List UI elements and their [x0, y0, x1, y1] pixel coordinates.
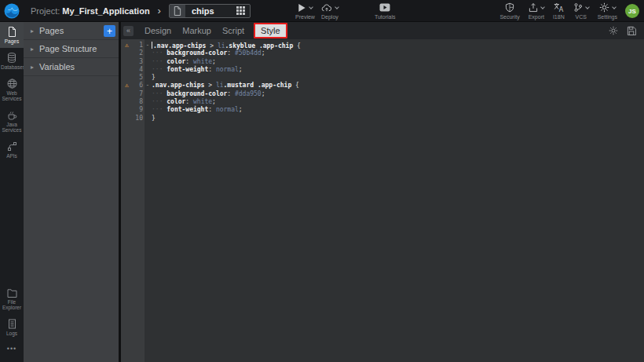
sidebar-item-label: Web Services [1, 90, 23, 101]
play-icon [297, 3, 306, 13]
code-token-plain: { [293, 42, 301, 49]
chevron-down-icon[interactable] [335, 5, 339, 9]
code-token-plain: : [185, 98, 193, 105]
code-token-prop: background-color [166, 90, 227, 97]
gutter-fold-cell [145, 74, 151, 82]
code-token-sel: .nav.app-chips [153, 42, 206, 49]
code-line[interactable]: 5} [121, 74, 644, 82]
warning-icon[interactable]: ⚠ [121, 42, 133, 49]
code-line[interactable]: 7··· background-color: #dda950; [121, 90, 644, 98]
vcs-button[interactable]: VCS [570, 0, 592, 22]
code-token-plain: : [227, 49, 235, 57]
code-token-sel: .nav.app-chips [152, 82, 204, 89]
page-tab-label: chips [192, 6, 236, 16]
export-button[interactable]: Export [525, 0, 547, 22]
user-avatar[interactable]: JS [625, 4, 639, 18]
code-token-plain: : [185, 58, 193, 65]
security-label: Security [499, 14, 519, 20]
sidebar-item-java-services[interactable]: Java Services [0, 105, 24, 137]
code-line[interactable]: 8··· color: white; [121, 98, 644, 106]
panel-row-pages[interactable]: ▸ Pages + [24, 22, 119, 40]
settings-button[interactable]: Settings [595, 0, 620, 22]
code-token-plain: : [208, 66, 216, 73]
fold-toggle-icon[interactable]: - [145, 82, 151, 90]
panel-row-page-structure[interactable]: ▸ Page Structure [24, 40, 119, 58]
editor-settings-button[interactable] [609, 26, 618, 35]
tab-script[interactable]: Script [222, 26, 244, 35]
gutter-warn-cell [121, 90, 133, 98]
code-token-val: white [193, 58, 212, 65]
sidebar-item-file-explorer[interactable]: File Explorer [0, 284, 24, 314]
gutter-fold-cell [145, 98, 151, 106]
gutter-warn-cell [121, 66, 133, 74]
code-token-ws: ··· [152, 58, 166, 65]
gutter-warn-cell [121, 115, 133, 122]
tab-style[interactable]: Style [254, 23, 287, 38]
gear-icon [609, 26, 618, 35]
panel-row-variables[interactable]: ▸ Variables [24, 58, 119, 76]
preview-button[interactable]: Preview [292, 0, 318, 22]
sidebar-item-databases[interactable]: Databases [0, 48, 24, 74]
code-token-val: #dda950 [235, 90, 262, 97]
code-token-plain: : [227, 90, 235, 97]
chevron-down-icon[interactable] [309, 5, 314, 9]
line-number: 5 [133, 74, 145, 82]
code-token-ws: ··· [152, 106, 166, 113]
globe-icon [7, 79, 17, 89]
code-token-ws: ··· [152, 66, 166, 73]
security-button[interactable]: Security [496, 0, 522, 22]
gutter-fold-cell [145, 106, 151, 114]
open-page-tab[interactable]: chips [169, 4, 251, 18]
code-token-plain: ; [262, 49, 265, 57]
code-line[interactable]: ⚠6-.nav.app-chips > li.mustard .app-chip… [121, 82, 644, 90]
app-logo[interactable] [0, 3, 24, 19]
code-text: } [151, 74, 156, 82]
save-icon [627, 26, 636, 35]
chevron-down-icon[interactable] [540, 5, 545, 9]
code-token-prop: font-weight [166, 66, 208, 73]
code-line[interactable]: 2··· background-color: #50b4dd; [121, 49, 644, 57]
save-button[interactable] [627, 26, 636, 35]
sidebar-item-web-services[interactable]: Web Services [0, 74, 24, 105]
chevron-down-icon[interactable] [612, 5, 617, 9]
video-tutorials-icon [379, 3, 390, 12]
warning-icon[interactable]: ⚠ [121, 82, 133, 90]
project-name[interactable]: My_First_Application [62, 6, 149, 16]
sidebar-item-apis[interactable]: APIs [0, 137, 24, 163]
deploy-button[interactable]: Deploy [318, 0, 342, 22]
sidebar-item-pages[interactable]: Pages [0, 22, 24, 48]
i18n-button[interactable]: A I18N [550, 0, 568, 22]
code-line[interactable]: ⚠1-.nav.app-chips > li.skyblue .app-chip… [121, 42, 644, 49]
code-text: .nav.app-chips > li.mustard .app-chip { [151, 82, 299, 90]
grid-icon[interactable] [236, 6, 245, 15]
tab-design[interactable]: Design [145, 26, 171, 35]
code-line[interactable]: 4··· font-weight: normal; [121, 66, 644, 74]
code-lines: ⚠1-.nav.app-chips > li.skyblue .app-chip… [121, 42, 644, 122]
add-page-button[interactable]: + [104, 25, 115, 37]
line-number: 4 [133, 66, 145, 74]
code-line[interactable]: 3··· color: white; [121, 58, 644, 66]
sidebar-item-logs[interactable]: Logs [0, 314, 24, 340]
tutorials-button[interactable]: Tutorials [371, 0, 399, 22]
chevron-right-icon[interactable]: ▸ [31, 64, 34, 71]
collapse-panel-button[interactable]: « [123, 26, 134, 36]
breadcrumb-chevron-icon: › [158, 5, 161, 16]
line-number: 3 [133, 58, 145, 66]
logs-icon [8, 319, 16, 329]
css-code-editor[interactable]: ⚠1-.nav.app-chips > li.skyblue .app-chip… [121, 39, 644, 362]
sidebar-item-more[interactable]: ••• [0, 340, 24, 362]
code-token-prop: background-color [166, 49, 227, 57]
topbar-right-actions: Security Export A I18N [496, 0, 620, 22]
chevron-down-icon[interactable] [585, 5, 590, 9]
tab-markup[interactable]: Markup [182, 26, 211, 35]
code-line[interactable]: 10} [121, 115, 644, 122]
chevron-right-icon[interactable]: ▸ [31, 27, 34, 35]
line-number: 7 [133, 90, 145, 98]
fold-toggle-icon[interactable]: - [145, 42, 151, 49]
code-line[interactable]: 9··· font-weight: normal; [121, 106, 644, 114]
cloud-upload-icon [321, 3, 332, 13]
chevron-right-icon[interactable]: ▸ [31, 46, 34, 53]
gutter-fold-cell [145, 90, 151, 98]
ellipsis-icon: ••• [7, 345, 16, 353]
panel-row-label: Variables [39, 62, 75, 71]
